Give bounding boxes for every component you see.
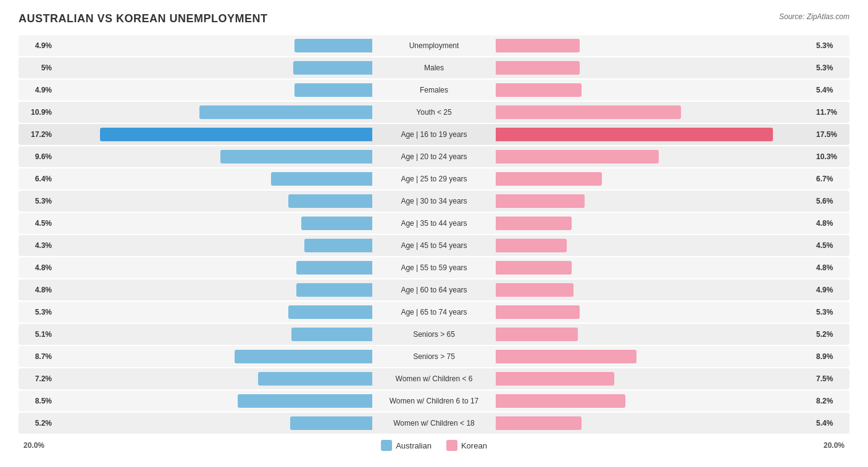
right-value: 17.5% <box>812 130 845 139</box>
row-inner: 5.1% Seniors > 65 5.2% <box>19 324 849 345</box>
left-bar <box>294 39 372 52</box>
left-bar <box>304 239 372 252</box>
left-bar-container <box>56 105 372 119</box>
left-value: 8.5% <box>23 397 56 405</box>
row-inner: 4.9% Unemployment 5.3% <box>19 35 849 56</box>
bar-label: Age | 20 to 24 years <box>372 152 496 161</box>
right-value: 4.5% <box>812 241 845 250</box>
chart-source: Source: ZipAtlas.com <box>779 12 849 21</box>
left-bar <box>100 128 372 141</box>
left-value: 4.5% <box>23 219 56 228</box>
right-bar <box>496 128 773 141</box>
bar-label: Women w/ Children < 18 <box>372 419 496 428</box>
right-bar-container <box>496 217 812 230</box>
bar-label: Age | 16 to 19 years <box>372 130 496 139</box>
left-bar-container <box>56 305 372 319</box>
left-bar-container <box>56 39 372 52</box>
bar-label: Age | 45 to 54 years <box>372 241 496 250</box>
right-bar <box>496 150 659 163</box>
footer-right-axis: 20.0% <box>824 441 845 450</box>
bar-row: 4.8% Age | 55 to 59 years 4.8% <box>19 257 849 278</box>
right-bar <box>496 283 574 297</box>
bar-row: 17.2% Age | 16 to 19 years 17.5% <box>19 124 849 145</box>
bar-row: 4.8% Age | 60 to 64 years 4.9% <box>19 279 849 300</box>
left-value: 4.8% <box>23 263 56 272</box>
row-inner: 7.2% Women w/ Children < 6 7.5% <box>19 368 849 389</box>
left-value: 5.3% <box>23 197 56 205</box>
right-value: 7.5% <box>812 374 845 383</box>
left-bar-container <box>56 328 372 341</box>
right-bar <box>496 217 572 230</box>
right-bar <box>496 328 578 341</box>
row-inner: 10.9% Youth < 25 11.7% <box>19 102 849 123</box>
right-bar-container <box>496 61 812 75</box>
left-bar <box>296 283 372 297</box>
bar-row: 10.9% Youth < 25 11.7% <box>19 102 849 123</box>
right-value: 4.8% <box>812 219 845 228</box>
row-inner: 4.8% Age | 55 to 59 years 4.8% <box>19 257 849 278</box>
right-bar <box>496 394 625 408</box>
chart-footer: 20.0% Australian Korean 20.0% <box>19 440 849 451</box>
left-bar-container <box>56 239 372 252</box>
right-value: 5.2% <box>812 330 845 339</box>
row-inner: 6.4% Age | 25 to 29 years 6.7% <box>19 168 849 189</box>
chart-title: AUSTRALIAN VS KOREAN UNEMPLOYMENT <box>19 12 268 25</box>
right-bar <box>496 61 580 75</box>
left-bar <box>199 105 372 119</box>
right-value: 5.4% <box>812 419 845 428</box>
right-bar-container <box>496 372 812 386</box>
left-bar <box>288 194 372 208</box>
right-bar <box>496 105 681 119</box>
right-value: 11.7% <box>812 108 845 117</box>
right-bar <box>496 372 614 386</box>
korean-label: Korean <box>461 441 487 450</box>
chart-container: AUSTRALIAN VS KOREAN UNEMPLOYMENT Source… <box>19 12 849 451</box>
bar-row: 8.7% Seniors > 75 8.9% <box>19 346 849 367</box>
legend-korean: Korean <box>446 440 487 451</box>
left-bar-container <box>56 150 372 163</box>
row-inner: 9.6% Age | 20 to 24 years 10.3% <box>19 146 849 167</box>
bar-row: 5% Males 5.3% <box>19 57 849 78</box>
left-bar <box>235 350 372 363</box>
right-value: 8.9% <box>812 352 845 361</box>
right-bar-container <box>496 283 812 297</box>
left-bar <box>294 83 372 97</box>
right-bar-container <box>496 194 812 208</box>
chart-body: 4.9% Unemployment 5.3% 5% Males <box>19 35 849 434</box>
right-bar <box>496 194 585 208</box>
left-value: 6.4% <box>23 175 56 183</box>
left-value: 4.9% <box>23 41 56 50</box>
legend-australian: Australian <box>381 440 432 451</box>
footer-left-axis: 20.0% <box>23 441 44 450</box>
left-value: 5.3% <box>23 308 56 316</box>
left-bar-container <box>56 261 372 275</box>
right-bar-container <box>496 128 812 141</box>
bar-label: Males <box>372 64 496 72</box>
row-inner: 4.3% Age | 45 to 54 years 4.5% <box>19 235 849 256</box>
bar-row: 9.6% Age | 20 to 24 years 10.3% <box>19 146 849 167</box>
right-bar-container <box>496 350 812 363</box>
australian-swatch <box>381 440 392 451</box>
bar-row: 5.3% Age | 30 to 34 years 5.6% <box>19 191 849 212</box>
right-bar-container <box>496 305 812 319</box>
right-value: 4.8% <box>812 263 845 272</box>
left-value: 9.6% <box>23 152 56 161</box>
right-bar-container <box>496 416 812 430</box>
bar-label: Women w/ Children < 6 <box>372 374 496 383</box>
right-bar <box>496 416 582 430</box>
bar-label: Seniors > 65 <box>372 330 496 339</box>
right-bar-container <box>496 83 812 97</box>
chart-legend: Australian Korean <box>381 440 487 451</box>
right-bar-container <box>496 105 812 119</box>
bar-row: 5.1% Seniors > 65 5.2% <box>19 324 849 345</box>
bar-row: 4.9% Females 5.4% <box>19 80 849 101</box>
left-bar <box>301 217 372 230</box>
left-bar-container <box>56 217 372 230</box>
right-bar-container <box>496 150 812 163</box>
bar-label: Age | 35 to 44 years <box>372 219 496 228</box>
bar-label: Age | 30 to 34 years <box>372 197 496 205</box>
left-bar-container <box>56 283 372 297</box>
bar-label: Age | 60 to 64 years <box>372 286 496 294</box>
right-bar-container <box>496 261 812 275</box>
row-inner: 17.2% Age | 16 to 19 years 17.5% <box>19 124 849 145</box>
